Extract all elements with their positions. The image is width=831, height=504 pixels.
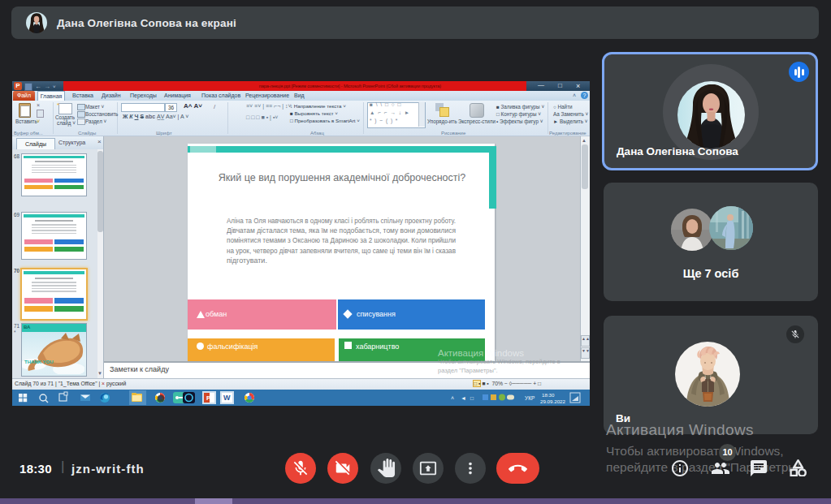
svg-text:□: □: [470, 395, 474, 401]
svg-text:◄: ◄: [461, 395, 466, 401]
svg-text:P: P: [206, 394, 211, 402]
svg-text:W: W: [223, 394, 231, 402]
svg-text:˄: ˄: [451, 395, 454, 401]
svg-text:29.09.2022: 29.09.2022: [540, 398, 566, 404]
svg-text:18:30: 18:30: [542, 392, 555, 398]
svg-text:УКР: УКР: [525, 395, 535, 401]
